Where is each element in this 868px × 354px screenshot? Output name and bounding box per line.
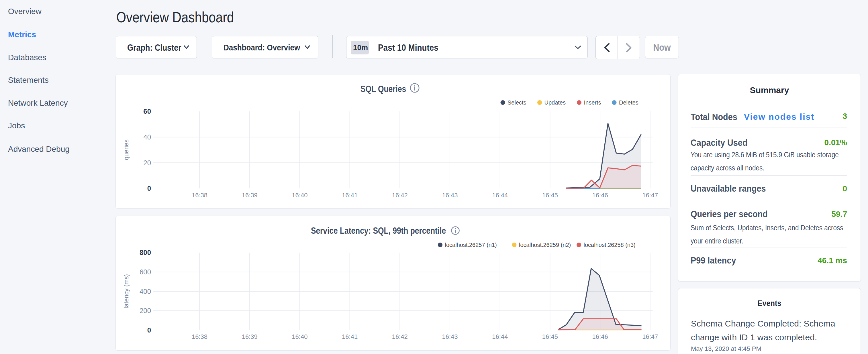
svg-text:Updates: Updates — [545, 99, 566, 106]
svg-text:60: 60 — [143, 107, 151, 115]
svg-text:16:40: 16:40 — [292, 333, 308, 340]
svg-text:SQL Queries: SQL Queries — [361, 84, 406, 94]
svg-text:16:43: 16:43 — [442, 192, 458, 199]
svg-text:400: 400 — [140, 288, 151, 295]
svg-text:Service Latency: SQL, 99th per: Service Latency: SQL, 99th percentile — [311, 226, 446, 235]
svg-text:16:40: 16:40 — [292, 192, 308, 199]
svg-text:0: 0 — [147, 185, 151, 192]
svg-text:localhost:26259 (n2): localhost:26259 (n2) — [519, 242, 571, 248]
svg-text:localhost:26257 (n1): localhost:26257 (n1) — [445, 242, 497, 248]
svg-text:16:47: 16:47 — [642, 192, 658, 199]
svg-text:20: 20 — [143, 159, 151, 167]
svg-text:16:42: 16:42 — [392, 192, 408, 199]
svg-text:16:44: 16:44 — [492, 192, 508, 199]
svg-text:16:44: 16:44 — [492, 333, 508, 340]
svg-text:queries: queries — [123, 139, 130, 160]
svg-text:600: 600 — [140, 268, 151, 276]
svg-text:16:41: 16:41 — [342, 333, 358, 340]
svg-text:200: 200 — [140, 307, 151, 315]
svg-text:16:39: 16:39 — [242, 192, 258, 199]
svg-text:16:47: 16:47 — [642, 333, 658, 340]
svg-text:16:45: 16:45 — [542, 192, 558, 199]
svg-text:16:38: 16:38 — [192, 192, 208, 199]
svg-text:800: 800 — [140, 249, 151, 256]
svg-text:16:41: 16:41 — [342, 192, 358, 199]
svg-text:Inserts: Inserts — [584, 99, 601, 106]
svg-text:16:45: 16:45 — [542, 333, 558, 340]
svg-text:localhost:26258 (n3): localhost:26258 (n3) — [584, 242, 636, 248]
svg-text:latency (ms): latency (ms) — [123, 274, 130, 309]
svg-text:40: 40 — [143, 133, 151, 141]
svg-text:16:43: 16:43 — [442, 333, 458, 340]
svg-text:16:46: 16:46 — [592, 192, 608, 199]
svg-text:Deletes: Deletes — [619, 99, 639, 106]
svg-text:0: 0 — [147, 326, 151, 334]
svg-text:16:39: 16:39 — [242, 333, 258, 340]
svg-text:16:38: 16:38 — [192, 333, 208, 340]
svg-text:Selects: Selects — [507, 99, 526, 106]
svg-text:16:46: 16:46 — [592, 333, 608, 340]
svg-text:16:42: 16:42 — [392, 333, 408, 340]
